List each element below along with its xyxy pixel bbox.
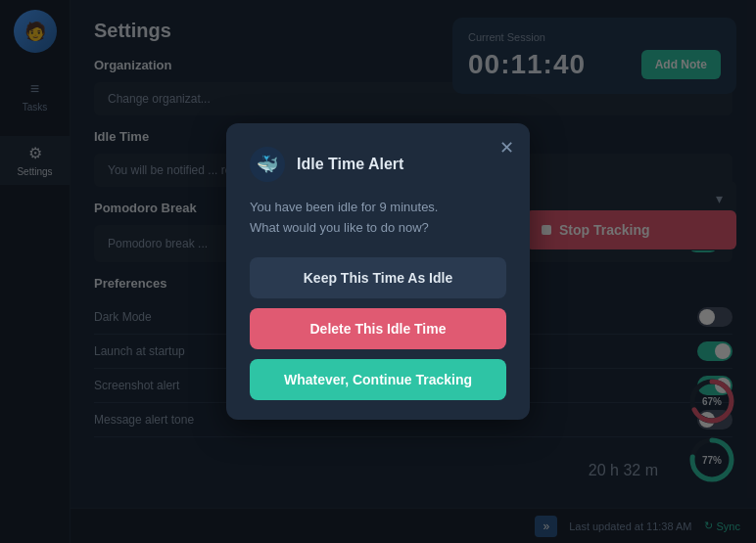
modal-header: 🐳 Idle Time Alert: [250, 147, 506, 182]
modal-body-line1: You have been idle for 9 minutes.: [250, 198, 506, 218]
modal-body-line2: What would you like to do now?: [250, 218, 506, 239]
whale-icon: 🐳: [257, 154, 278, 175]
modal-overlay: 🐳 Idle Time Alert ✕ You have been idle f…: [0, 0, 756, 543]
continue-tracking-button[interactable]: Whatever, Continue Tracking: [250, 359, 506, 400]
keep-idle-button[interactable]: Keep This Time As Idle: [250, 257, 506, 298]
modal-app-icon: 🐳: [250, 147, 285, 182]
modal-title: Idle Time Alert: [297, 156, 403, 173]
modal-close-button[interactable]: ✕: [499, 137, 514, 158]
delete-idle-button[interactable]: Delete This Idle Time: [250, 308, 506, 349]
idle-time-modal: 🐳 Idle Time Alert ✕ You have been idle f…: [226, 123, 530, 421]
modal-body: You have been idle for 9 minutes. What w…: [250, 198, 506, 239]
